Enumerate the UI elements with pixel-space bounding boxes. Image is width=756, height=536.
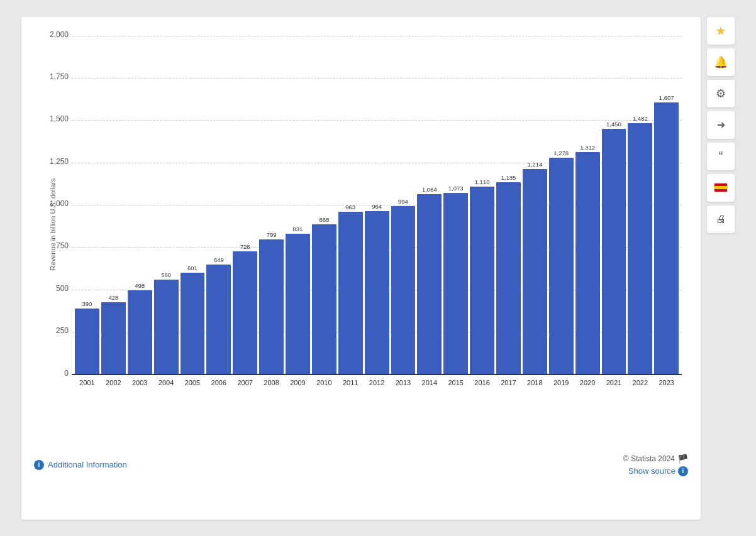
bar-value-label: 1,064 bbox=[422, 186, 437, 193]
bar-value-label: 1,278 bbox=[553, 150, 569, 156]
bar bbox=[286, 234, 310, 375]
bar-group[interactable]: 601 bbox=[181, 265, 205, 375]
bar-value-label: 964 bbox=[372, 203, 382, 210]
gear-button[interactable]: ⚙ bbox=[707, 80, 735, 107]
bar-group[interactable]: 1,482 bbox=[628, 115, 652, 375]
bar-group[interactable]: 994 bbox=[391, 198, 416, 375]
x-axis-label: 2003 bbox=[128, 375, 152, 400]
x-axis-label: 2005 bbox=[181, 375, 205, 400]
x-axis-label: 2011 bbox=[338, 375, 363, 400]
bar-value-label: 1,312 bbox=[580, 144, 595, 151]
bar-group[interactable]: 1,312 bbox=[575, 144, 600, 375]
grid-label: 1,250 bbox=[37, 157, 69, 166]
x-axis-label: 2006 bbox=[206, 375, 231, 400]
x-axis-label: 2018 bbox=[523, 375, 547, 400]
quote-button[interactable]: “ bbox=[707, 143, 735, 170]
x-axis-label: 2008 bbox=[259, 375, 284, 400]
bar bbox=[206, 265, 231, 375]
x-axis-label: 2010 bbox=[312, 375, 336, 400]
bar-value-label: 1,214 bbox=[527, 161, 542, 168]
source-info-icon: i bbox=[678, 466, 688, 476]
statista-credit: © Statista 2024 🏴 bbox=[623, 454, 688, 464]
bar-group[interactable]: 726 bbox=[233, 243, 257, 375]
bar-value-label: 726 bbox=[240, 243, 250, 250]
bar bbox=[128, 290, 152, 375]
bar bbox=[575, 152, 600, 375]
grid-label: 1,500 bbox=[37, 114, 69, 123]
info-icon: i bbox=[34, 460, 44, 470]
grid-label: 250 bbox=[37, 326, 69, 335]
x-axis-label: 2022 bbox=[628, 375, 652, 400]
print-button[interactable]: 🖨 bbox=[707, 205, 735, 233]
x-axis-label: 2015 bbox=[443, 375, 468, 400]
bar-group[interactable]: 560 bbox=[154, 271, 179, 375]
bar-group[interactable]: 831 bbox=[286, 226, 310, 375]
x-axis-label: 2019 bbox=[549, 375, 574, 400]
bell-button[interactable]: 🔔 bbox=[707, 48, 735, 76]
grid-label: 0 bbox=[37, 369, 69, 378]
bar-group[interactable]: 799 bbox=[259, 231, 284, 375]
bar-group[interactable]: 1,110 bbox=[470, 178, 494, 375]
x-axis-label: 2009 bbox=[286, 375, 310, 400]
x-axis-label: 2020 bbox=[575, 375, 600, 400]
x-axis-label: 2014 bbox=[417, 375, 442, 400]
star-button[interactable]: ★ bbox=[707, 17, 735, 45]
bar-value-label: 1,607 bbox=[659, 94, 674, 101]
bar-value-label: 799 bbox=[267, 231, 277, 238]
bar-value-label: 428 bbox=[108, 294, 118, 301]
bar bbox=[391, 206, 416, 375]
bar-value-label: 1,110 bbox=[475, 178, 490, 185]
flag-button[interactable] bbox=[707, 174, 735, 202]
statista-flag: 🏴 bbox=[677, 454, 688, 464]
show-source-button[interactable]: Show source i bbox=[628, 466, 688, 476]
x-axis-label: 2012 bbox=[365, 375, 389, 400]
grid-label: 1,750 bbox=[37, 72, 69, 81]
share-button[interactable]: ➔ bbox=[707, 111, 735, 139]
x-axis-label: 2001 bbox=[75, 375, 99, 400]
sidebar: ★🔔⚙➔“🖨 bbox=[707, 17, 735, 520]
bar-group[interactable]: 1,214 bbox=[523, 161, 547, 375]
bars-container: 3904284985606016497267998318889639649941… bbox=[72, 36, 682, 375]
grid-label: 750 bbox=[37, 241, 69, 250]
additional-info-button[interactable]: i Additional Information bbox=[34, 460, 127, 470]
x-axis-label: 2004 bbox=[154, 375, 179, 400]
bar-value-label: 390 bbox=[82, 300, 92, 307]
bar-value-label: 963 bbox=[345, 204, 355, 211]
bar bbox=[259, 239, 284, 375]
bar-group[interactable]: 1,607 bbox=[654, 94, 679, 375]
chart-card: Revenue in billion U.S. dollars 2,0001,7… bbox=[21, 17, 701, 520]
grid-label: 500 bbox=[37, 284, 69, 293]
x-axis-labels: 2001200220032004200520062007200820092010… bbox=[72, 375, 682, 400]
bar-value-label: 994 bbox=[398, 198, 408, 205]
bar-value-label: 1,135 bbox=[501, 174, 516, 181]
bar-group[interactable]: 888 bbox=[312, 216, 336, 375]
bar bbox=[75, 309, 99, 375]
bar bbox=[470, 187, 494, 375]
chart-inner: 2,0001,7501,5001,2501,0007505002500 3904… bbox=[72, 36, 682, 400]
x-axis-label: 2007 bbox=[233, 375, 257, 400]
bar-group[interactable]: 428 bbox=[101, 294, 126, 375]
bar bbox=[365, 211, 389, 375]
bar bbox=[154, 280, 179, 375]
bar-group[interactable]: 1,064 bbox=[417, 186, 442, 375]
x-axis-label: 2016 bbox=[470, 375, 494, 400]
bar bbox=[443, 193, 468, 375]
bar-group[interactable]: 964 bbox=[365, 203, 389, 375]
bar-group[interactable]: 1,135 bbox=[496, 174, 521, 375]
bar-group[interactable]: 390 bbox=[75, 300, 99, 375]
bar-group[interactable]: 963 bbox=[338, 204, 363, 375]
footer-right: © Statista 2024 🏴 Show source i bbox=[623, 454, 688, 476]
x-axis-label: 2017 bbox=[496, 375, 521, 400]
x-axis-label: 2013 bbox=[391, 375, 416, 400]
bar bbox=[549, 158, 574, 375]
bar-group[interactable]: 1,278 bbox=[549, 150, 574, 375]
bar-group[interactable]: 1,073 bbox=[443, 185, 468, 375]
bar-value-label: 1,482 bbox=[633, 115, 648, 122]
bar-value-label: 560 bbox=[161, 271, 171, 278]
bar-value-label: 1,450 bbox=[606, 121, 621, 128]
chart-area: Revenue in billion U.S. dollars 2,0001,7… bbox=[34, 36, 688, 438]
bar bbox=[602, 129, 626, 375]
bar-group[interactable]: 498 bbox=[128, 282, 152, 375]
bar-group[interactable]: 649 bbox=[206, 256, 231, 375]
bar-group[interactable]: 1,450 bbox=[602, 121, 626, 375]
